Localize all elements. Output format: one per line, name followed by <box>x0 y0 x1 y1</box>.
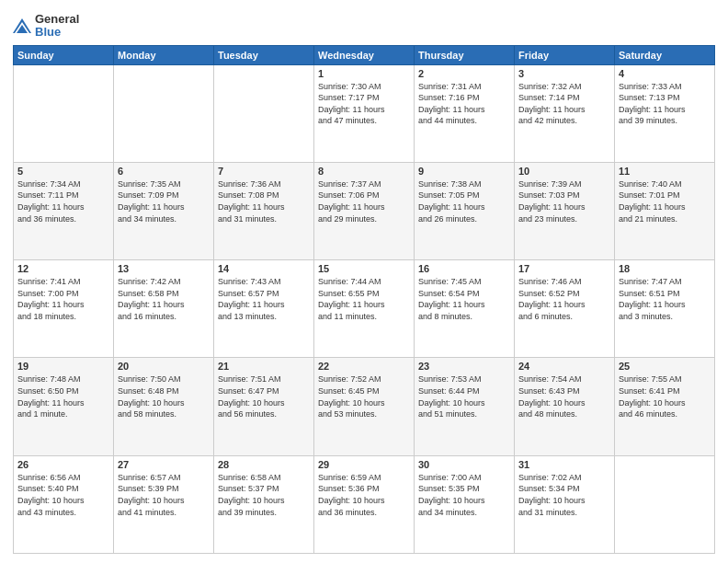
calendar-cell: 7Sunrise: 7:36 AM Sunset: 7:08 PM Daylig… <box>214 162 314 259</box>
day-info: Sunrise: 7:50 AM Sunset: 6:48 PM Dayligh… <box>118 373 210 419</box>
day-info: Sunrise: 7:51 AM Sunset: 6:47 PM Dayligh… <box>218 373 310 419</box>
day-number: 23 <box>418 361 510 372</box>
day-info: Sunrise: 7:33 AM Sunset: 7:13 PM Dayligh… <box>619 81 711 127</box>
day-info: Sunrise: 7:47 AM Sunset: 6:51 PM Dayligh… <box>619 276 711 322</box>
day-info: Sunrise: 7:38 AM Sunset: 7:05 PM Dayligh… <box>418 178 510 224</box>
day-number: 14 <box>218 263 310 274</box>
weekday-header-saturday: Saturday <box>615 45 715 64</box>
day-number: 5 <box>17 166 109 177</box>
calendar-cell <box>214 64 314 162</box>
day-info: Sunrise: 7:30 AM Sunset: 7:17 PM Dayligh… <box>318 81 410 127</box>
calendar-cell: 21Sunrise: 7:51 AM Sunset: 6:47 PM Dayli… <box>214 358 314 455</box>
day-number: 11 <box>619 166 711 177</box>
logo-blue: Blue <box>35 26 79 39</box>
logo: General Blue <box>13 13 79 40</box>
day-number: 24 <box>518 361 610 372</box>
calendar-cell: 13Sunrise: 7:42 AM Sunset: 6:58 PM Dayli… <box>114 260 214 358</box>
calendar-cell <box>615 455 715 553</box>
day-info: Sunrise: 7:54 AM Sunset: 6:43 PM Dayligh… <box>518 373 610 419</box>
day-info: Sunrise: 7:00 AM Sunset: 5:35 PM Dayligh… <box>418 472 510 518</box>
day-number: 16 <box>418 263 510 274</box>
calendar-cell: 26Sunrise: 6:56 AM Sunset: 5:40 PM Dayli… <box>14 455 114 553</box>
day-info: Sunrise: 7:34 AM Sunset: 7:11 PM Dayligh… <box>17 178 109 224</box>
calendar-cell: 25Sunrise: 7:55 AM Sunset: 6:41 PM Dayli… <box>615 358 715 455</box>
logo-triangle-icon <box>13 17 31 35</box>
day-number: 31 <box>518 459 610 470</box>
calendar-cell: 27Sunrise: 6:57 AM Sunset: 5:39 PM Dayli… <box>114 455 214 553</box>
day-info: Sunrise: 7:44 AM Sunset: 6:55 PM Dayligh… <box>318 276 410 322</box>
calendar-cell: 18Sunrise: 7:47 AM Sunset: 6:51 PM Dayli… <box>615 260 715 358</box>
day-number: 3 <box>518 68 610 79</box>
calendar-cell: 10Sunrise: 7:39 AM Sunset: 7:03 PM Dayli… <box>515 162 615 259</box>
weekday-header-wednesday: Wednesday <box>314 45 415 64</box>
day-number: 28 <box>218 459 310 470</box>
day-info: Sunrise: 7:42 AM Sunset: 6:58 PM Dayligh… <box>118 276 210 322</box>
day-info: Sunrise: 7:46 AM Sunset: 6:52 PM Dayligh… <box>518 276 610 322</box>
day-number: 29 <box>318 459 410 470</box>
day-number: 27 <box>118 459 210 470</box>
calendar-cell: 30Sunrise: 7:00 AM Sunset: 5:35 PM Dayli… <box>415 455 515 553</box>
day-number: 19 <box>17 361 109 372</box>
week-row-4: 19Sunrise: 7:48 AM Sunset: 6:50 PM Dayli… <box>14 358 715 455</box>
calendar-cell: 1Sunrise: 7:30 AM Sunset: 7:17 PM Daylig… <box>314 64 415 162</box>
day-info: Sunrise: 7:45 AM Sunset: 6:54 PM Dayligh… <box>418 276 510 322</box>
calendar-cell: 20Sunrise: 7:50 AM Sunset: 6:48 PM Dayli… <box>114 358 214 455</box>
week-row-3: 12Sunrise: 7:41 AM Sunset: 7:00 PM Dayli… <box>14 260 715 358</box>
weekday-header-thursday: Thursday <box>415 45 515 64</box>
day-number: 8 <box>318 166 410 177</box>
calendar-cell: 24Sunrise: 7:54 AM Sunset: 6:43 PM Dayli… <box>515 358 615 455</box>
day-number: 13 <box>118 263 210 274</box>
calendar-cell: 6Sunrise: 7:35 AM Sunset: 7:09 PM Daylig… <box>114 162 214 259</box>
day-info: Sunrise: 6:56 AM Sunset: 5:40 PM Dayligh… <box>17 472 109 518</box>
day-info: Sunrise: 6:58 AM Sunset: 5:37 PM Dayligh… <box>218 472 310 518</box>
day-info: Sunrise: 7:35 AM Sunset: 7:09 PM Dayligh… <box>118 178 210 224</box>
calendar-cell <box>114 64 214 162</box>
day-number: 17 <box>518 263 610 274</box>
day-info: Sunrise: 7:39 AM Sunset: 7:03 PM Dayligh… <box>518 178 610 224</box>
calendar-table: SundayMondayTuesdayWednesdayThursdayFrid… <box>13 45 715 554</box>
day-info: Sunrise: 7:36 AM Sunset: 7:08 PM Dayligh… <box>218 178 310 224</box>
day-info: Sunrise: 7:55 AM Sunset: 6:41 PM Dayligh… <box>619 373 711 419</box>
calendar-cell: 15Sunrise: 7:44 AM Sunset: 6:55 PM Dayli… <box>314 260 415 358</box>
day-number: 1 <box>318 68 410 79</box>
calendar-cell: 31Sunrise: 7:02 AM Sunset: 5:34 PM Dayli… <box>515 455 615 553</box>
weekday-header-tuesday: Tuesday <box>214 45 314 64</box>
calendar-cell <box>14 64 114 162</box>
day-number: 9 <box>418 166 510 177</box>
calendar-cell: 19Sunrise: 7:48 AM Sunset: 6:50 PM Dayli… <box>14 358 114 455</box>
calendar-cell: 8Sunrise: 7:37 AM Sunset: 7:06 PM Daylig… <box>314 162 415 259</box>
calendar-cell: 4Sunrise: 7:33 AM Sunset: 7:13 PM Daylig… <box>615 64 715 162</box>
day-info: Sunrise: 7:41 AM Sunset: 7:00 PM Dayligh… <box>17 276 109 322</box>
page: General Blue SundayMondayTuesdayWednesda… <box>0 0 728 563</box>
day-info: Sunrise: 6:59 AM Sunset: 5:36 PM Dayligh… <box>318 472 410 518</box>
day-info: Sunrise: 7:31 AM Sunset: 7:16 PM Dayligh… <box>418 81 510 127</box>
calendar-cell: 3Sunrise: 7:32 AM Sunset: 7:14 PM Daylig… <box>515 64 615 162</box>
day-info: Sunrise: 7:43 AM Sunset: 6:57 PM Dayligh… <box>218 276 310 322</box>
day-number: 4 <box>619 68 711 79</box>
calendar-cell: 14Sunrise: 7:43 AM Sunset: 6:57 PM Dayli… <box>214 260 314 358</box>
day-number: 6 <box>118 166 210 177</box>
day-number: 25 <box>619 361 711 372</box>
day-number: 30 <box>418 459 510 470</box>
day-info: Sunrise: 7:53 AM Sunset: 6:44 PM Dayligh… <box>418 373 510 419</box>
day-number: 12 <box>17 263 109 274</box>
calendar-cell: 29Sunrise: 6:59 AM Sunset: 5:36 PM Dayli… <box>314 455 415 553</box>
weekday-header-row: SundayMondayTuesdayWednesdayThursdayFrid… <box>14 45 715 64</box>
weekday-header-monday: Monday <box>114 45 214 64</box>
day-info: Sunrise: 7:52 AM Sunset: 6:45 PM Dayligh… <box>318 373 410 419</box>
day-number: 7 <box>218 166 310 177</box>
header: General Blue <box>13 9 715 40</box>
day-number: 18 <box>619 263 711 274</box>
day-info: Sunrise: 7:02 AM Sunset: 5:34 PM Dayligh… <box>518 472 610 518</box>
calendar-cell: 9Sunrise: 7:38 AM Sunset: 7:05 PM Daylig… <box>415 162 515 259</box>
calendar-cell: 5Sunrise: 7:34 AM Sunset: 7:11 PM Daylig… <box>14 162 114 259</box>
day-info: Sunrise: 6:57 AM Sunset: 5:39 PM Dayligh… <box>118 472 210 518</box>
day-number: 2 <box>418 68 510 79</box>
day-number: 10 <box>518 166 610 177</box>
calendar-cell: 22Sunrise: 7:52 AM Sunset: 6:45 PM Dayli… <box>314 358 415 455</box>
day-info: Sunrise: 7:40 AM Sunset: 7:01 PM Dayligh… <box>619 178 711 224</box>
calendar-cell: 17Sunrise: 7:46 AM Sunset: 6:52 PM Dayli… <box>515 260 615 358</box>
day-number: 15 <box>318 263 410 274</box>
calendar-cell: 2Sunrise: 7:31 AM Sunset: 7:16 PM Daylig… <box>415 64 515 162</box>
calendar-cell: 28Sunrise: 6:58 AM Sunset: 5:37 PM Dayli… <box>214 455 314 553</box>
